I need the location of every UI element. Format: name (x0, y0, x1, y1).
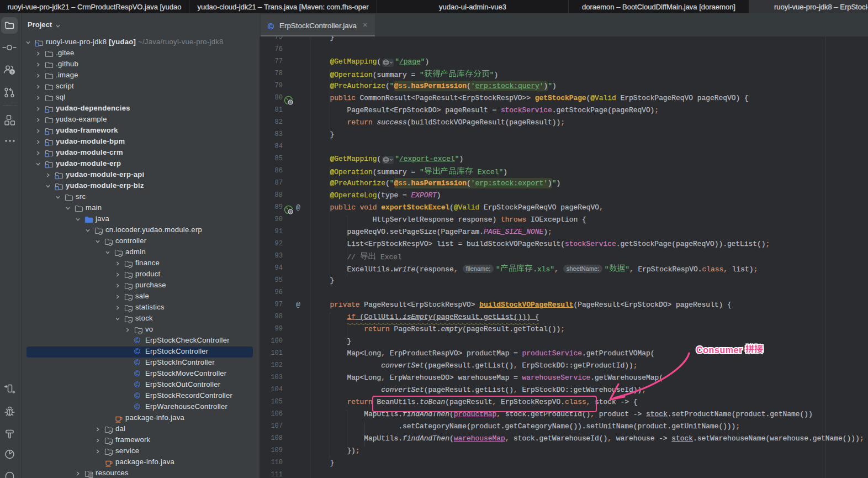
svg-text:?: ? (11, 70, 14, 75)
